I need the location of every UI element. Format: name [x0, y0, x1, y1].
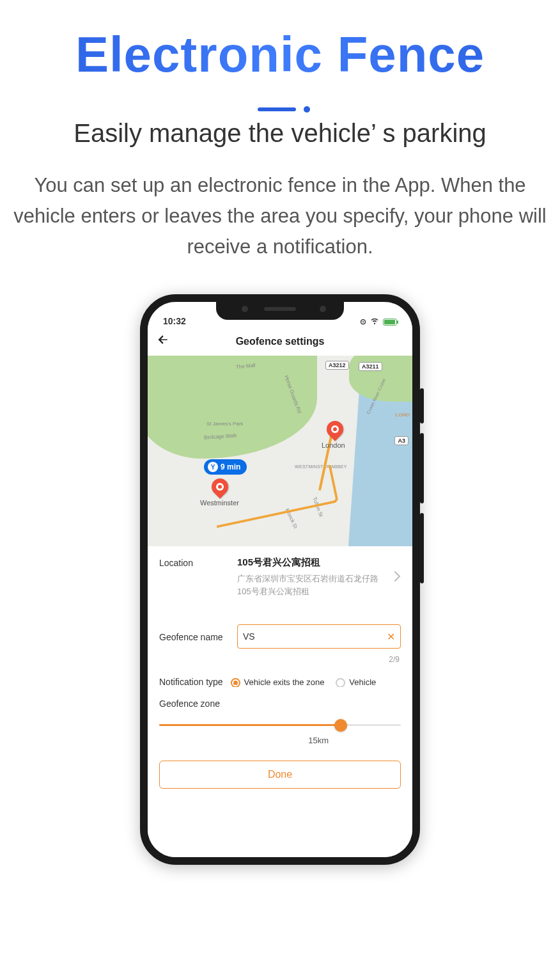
record-icon: ⊙: [360, 317, 366, 326]
notification-label: Notification type: [159, 677, 223, 687]
hero-subtitle: Easily manage the vehicle’ s parking: [0, 119, 560, 148]
geofence-name-row: Geofence name VS ✕: [148, 614, 412, 652]
location-label: Location: [159, 557, 231, 568]
status-time: 10:32: [163, 316, 186, 326]
park-label: St James's Park: [206, 421, 244, 427]
hero-description: You can set up an electronic fence in th…: [0, 170, 560, 262]
pin-label: Westminster: [200, 499, 239, 507]
chevron-right-icon: [394, 570, 401, 585]
clear-icon[interactable]: ✕: [387, 631, 395, 643]
hero-title: Electronic Fence: [0, 26, 560, 84]
wifi-icon: [370, 317, 379, 326]
geofence-zone-value: 15km: [299, 736, 338, 745]
location-row[interactable]: Location 105号君兴公寓招租 广东省深圳市宝安区石岩街道石龙仔路105…: [148, 546, 412, 601]
geofence-name-input[interactable]: VS ✕: [237, 624, 401, 649]
phone-mockup: 10:32 ⊙ Geofence settings St James's Par…: [140, 294, 420, 865]
eta-bubble: Y9 min: [204, 459, 247, 475]
location-value: 105号君兴公寓招租: [237, 557, 388, 569]
geofence-zone-label: Geofence zone: [159, 699, 401, 709]
map-view[interactable]: St James's Park Birdcage Walk Horse Guar…: [148, 356, 412, 546]
done-button[interactable]: Done: [159, 761, 401, 789]
lond-label: LOND: [395, 412, 410, 418]
location-address: 广东省深圳市宝安区石岩街道石龙仔路105号君兴公寓招租: [237, 572, 388, 597]
radio-enters-label: Vehicle: [349, 677, 376, 687]
navbar: Geofence settings: [148, 328, 412, 356]
geofence-name-value: VS: [243, 631, 255, 642]
battery-icon: [383, 319, 397, 326]
slider-thumb[interactable]: [334, 719, 347, 732]
radio-exits[interactable]: [231, 678, 240, 688]
pin-label: London: [322, 441, 345, 449]
radio-enters[interactable]: [336, 678, 345, 688]
char-counter: 2/9: [148, 652, 412, 664]
road-badge: A3: [394, 436, 408, 445]
radio-exits-label: Vehicle exits the zone: [244, 677, 325, 687]
page-title: Geofence settings: [148, 336, 412, 347]
geofence-name-label: Geofence name: [159, 631, 231, 642]
back-button[interactable]: [157, 333, 169, 350]
notification-type-row: Notification type Vehicle exits the zone…: [148, 664, 412, 687]
geofence-zone-slider[interactable]: [159, 718, 401, 733]
geofence-zone-section: Geofence zone 15km: [148, 687, 412, 745]
road-badge: A3212: [325, 361, 349, 370]
map-pin[interactable]: [323, 418, 347, 441]
road-badge: A3211: [359, 362, 382, 371]
